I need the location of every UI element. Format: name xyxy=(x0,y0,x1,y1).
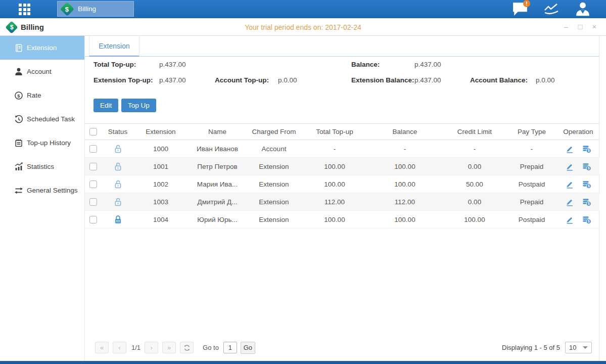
table-row: 1002 Мария Ива... Extension 100.00 100.0… xyxy=(85,175,599,193)
cell-total-topup: 100.00 xyxy=(302,180,367,188)
sidebar-item-extension[interactable]: Extension xyxy=(0,36,84,60)
sidebar-item-statistics[interactable]: Statistics xyxy=(0,155,84,178)
messages-icon[interactable]: ! xyxy=(512,2,528,16)
row-checkbox[interactable] xyxy=(89,163,97,170)
close-button[interactable]: × xyxy=(590,22,599,32)
transfer-arrows-icon xyxy=(14,186,23,195)
balance-label: Balance: xyxy=(351,61,380,68)
desktop-topbar: $ Billing ! xyxy=(0,0,606,18)
sidebar-item-label: Scheduled Task xyxy=(27,115,75,123)
table-row: 1000 Иван Иванов Account - - - - $ xyxy=(85,140,599,158)
billing-diamond-icon: $ xyxy=(60,2,74,16)
resource-monitor-icon[interactable] xyxy=(543,2,560,16)
cell-pay-type: Prepaid xyxy=(506,163,557,170)
edit-pencil-icon[interactable] xyxy=(565,215,574,224)
row-checkbox[interactable] xyxy=(89,198,97,206)
cell-total-topup: 100.00 xyxy=(302,163,367,170)
account-topup-value: p.0.00 xyxy=(278,76,297,84)
account-balance-value: p.0.00 xyxy=(536,76,555,84)
sidebar-item-account[interactable]: Account xyxy=(0,60,84,83)
edit-button[interactable]: Edit xyxy=(94,99,118,112)
edit-pencil-icon[interactable] xyxy=(565,144,574,154)
lock-open-icon xyxy=(114,180,122,188)
cell-charged-from: Extension xyxy=(246,198,302,206)
topup-coins-icon[interactable]: $ xyxy=(582,215,591,224)
apps-grid-icon[interactable] xyxy=(19,4,30,15)
cell-extension: 1002 xyxy=(132,180,189,188)
pagination-bar: « ‹ 1/1 › » Go to Go Displaying 1 - 5 of… xyxy=(95,341,592,354)
cell-charged-from: Extension xyxy=(246,216,302,223)
chevron-down-icon xyxy=(583,346,588,349)
table-body: 1000 Иван Иванов Account - - - - $ xyxy=(85,140,599,229)
tab-extension[interactable]: Extension xyxy=(89,36,139,57)
notification-badge: ! xyxy=(523,0,530,7)
edit-pencil-icon[interactable] xyxy=(565,162,574,171)
main-content: Extension Total Top-up: p.437.00 Balance… xyxy=(85,36,599,361)
cell-total-topup: 112.00 xyxy=(302,198,367,206)
table-row: 1003 Дмитрий Д... Extension 112.00 112.0… xyxy=(85,193,599,211)
svg-text:$: $ xyxy=(588,149,590,153)
desktop-bottom-strip xyxy=(0,361,606,364)
cell-credit-limit: - xyxy=(443,145,506,153)
extension-topup-label: Extension Top-up: xyxy=(94,76,153,84)
tab-strip: Extension xyxy=(85,36,599,57)
minimize-button[interactable]: – xyxy=(562,22,571,32)
maximize-button[interactable]: □ xyxy=(576,22,585,32)
svg-text:$: $ xyxy=(588,202,590,206)
cell-pay-type: - xyxy=(506,145,557,153)
page-size-value: 10 xyxy=(569,344,576,351)
column-header-balance: Balance xyxy=(367,128,443,135)
page-size-select[interactable]: 10 xyxy=(565,342,592,353)
row-checkbox[interactable] xyxy=(89,180,97,188)
column-header-credit-limit: Credit Limit xyxy=(443,128,506,135)
prev-page-button[interactable]: ‹ xyxy=(113,342,126,353)
column-header-name: Name xyxy=(189,128,246,135)
sidebar-item-topup-history[interactable]: Top-up History xyxy=(0,131,84,155)
row-checkbox[interactable] xyxy=(89,145,97,153)
lock-open-icon xyxy=(114,145,122,152)
table-row: 1001 Петр Петров Extension 100.00 100.00… xyxy=(85,158,599,175)
refresh-button[interactable] xyxy=(180,342,194,353)
extension-balance-value: p.437.00 xyxy=(414,76,441,84)
edit-pencil-icon[interactable] xyxy=(565,179,574,189)
topup-coins-icon[interactable]: $ xyxy=(582,197,591,207)
cell-extension: 1003 xyxy=(132,198,189,206)
displaying-text: Displaying 1 - 5 of 5 xyxy=(502,344,560,351)
window-titlebar: $ Billing Your trial period ends on: 201… xyxy=(0,18,606,36)
billing-app-screen: { "currency_symbol": "$", "topbar": { "a… xyxy=(0,0,606,364)
sidebar-item-scheduled-task[interactable]: Scheduled Task xyxy=(0,107,84,131)
sidebar-item-rate[interactable]: $ Rate xyxy=(0,83,84,107)
taskbar-tab-billing[interactable]: $ Billing xyxy=(57,1,134,17)
svg-text:$: $ xyxy=(588,184,590,188)
cell-extension: 1000 xyxy=(132,145,189,153)
cell-balance: 112.00 xyxy=(367,198,443,206)
extension-topup-value: p.437.00 xyxy=(159,76,186,84)
go-button[interactable]: Go xyxy=(241,342,255,354)
topup-coins-icon[interactable]: $ xyxy=(582,179,591,189)
column-header-status: Status xyxy=(103,128,132,135)
edit-pencil-icon[interactable] xyxy=(565,197,574,207)
trial-notice: Your trial period ends on: 2017-02-24 xyxy=(0,23,606,31)
select-all-checkbox[interactable] xyxy=(89,128,97,135)
topup-coins-icon[interactable]: $ xyxy=(582,162,591,171)
account-topup-label: Account Top-up: xyxy=(215,76,269,84)
topup-coins-icon[interactable]: $ xyxy=(582,144,591,154)
row-checkbox[interactable] xyxy=(89,216,97,223)
sidebar-item-general-settings[interactable]: General Settings xyxy=(0,178,84,202)
last-page-button[interactable]: » xyxy=(162,342,176,353)
first-page-button[interactable]: « xyxy=(95,342,109,353)
column-header-charged-from: Charged From xyxy=(246,128,302,135)
cell-name: Петр Петров xyxy=(189,163,246,170)
sidebar-item-label: General Settings xyxy=(27,187,78,194)
user-icon[interactable] xyxy=(575,2,591,16)
next-page-button[interactable]: › xyxy=(145,342,158,353)
top-up-button[interactable]: Top Up xyxy=(121,99,156,112)
cell-name: Мария Ива... xyxy=(189,180,246,188)
account-balance-label: Account Balance: xyxy=(470,76,528,84)
cell-balance: - xyxy=(367,145,443,153)
column-header-pay-type: Pay Type xyxy=(506,128,557,135)
goto-page-input[interactable] xyxy=(223,342,237,353)
table-row: 1004 Юрий Юрь... Extension 100.00 100.00… xyxy=(85,211,599,229)
total-topup-value: p.437.00 xyxy=(159,61,186,68)
cell-balance: 100.00 xyxy=(367,180,443,188)
